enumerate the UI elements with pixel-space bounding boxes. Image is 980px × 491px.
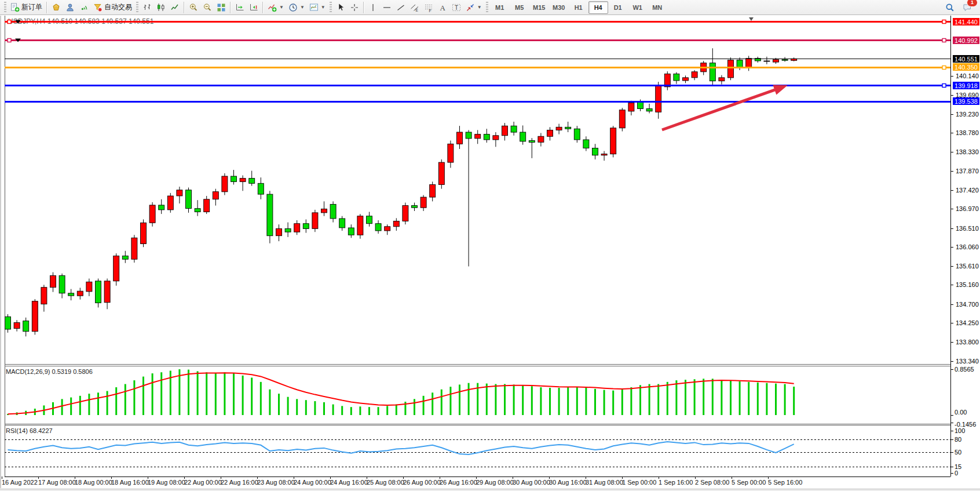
chevron-down-icon[interactable]: ▼ <box>279 5 284 10</box>
line-handle[interactable] <box>8 20 11 24</box>
clock-icon <box>288 3 298 12</box>
price-tick: 137.870 <box>956 168 979 174</box>
price-label-box: 139.538 <box>953 97 979 105</box>
arrows-button[interactable]: ▼ <box>463 1 484 14</box>
mt4-window: 新订单自动交易▼▼▼EFAT▼M1M5M15M30H1H4D1W1MN1 USD… <box>0 0 980 491</box>
toolbar-separator <box>262 2 264 13</box>
time-tick: 22 Aug 00:00 <box>184 479 222 486</box>
chevron-down-icon[interactable]: ▼ <box>321 5 326 10</box>
price-label-box: 141.440 <box>953 18 979 26</box>
rsi-level-label: 0 <box>955 470 958 477</box>
horizontal-line-button[interactable] <box>380 1 394 14</box>
fibonacci-button[interactable]: F <box>422 1 436 14</box>
crosshair-icon <box>350 3 359 12</box>
time-tick: 30 Aug 00:00 <box>513 479 550 486</box>
autotrading-button[interactable]: 自动交易 <box>91 1 134 14</box>
timeframe-h4-button[interactable]: H4 <box>588 1 608 14</box>
indicators-button[interactable]: ▼ <box>265 1 286 14</box>
crosshair-button[interactable] <box>348 1 361 14</box>
label-icon: T <box>452 3 461 12</box>
time-tick: 5 Sep 00:00 <box>732 479 766 486</box>
timeframe-m1-button[interactable]: M1 <box>490 1 510 14</box>
time-tick: 29 Aug 08:00 <box>476 479 514 486</box>
timeframe-d1-button[interactable]: D1 <box>608 1 628 14</box>
rsi-label: RSI(14) 68.4227 <box>6 427 53 434</box>
time-tick: 23 Aug 08:00 <box>257 479 295 486</box>
line-handle[interactable] <box>942 84 946 88</box>
line-handle[interactable] <box>8 39 11 42</box>
chart-shift-button[interactable] <box>247 1 261 14</box>
price-label-box: 139.918 <box>953 82 979 89</box>
search-icon <box>945 3 955 12</box>
time-tick: 18 Aug 16:00 <box>111 479 149 486</box>
search-button[interactable] <box>943 1 957 14</box>
time-tick: 24 Aug 16:00 <box>330 479 368 486</box>
line-chart-button[interactable] <box>168 1 182 14</box>
time-tick: 25 Aug 08:00 <box>367 479 404 486</box>
time-tick: 26 Aug 00:00 <box>403 479 441 486</box>
market-icon <box>52 3 61 12</box>
equidistant-channel-button[interactable]: E <box>408 1 422 14</box>
timeframe-w1-button[interactable]: W1 <box>628 1 648 14</box>
timeframe-m5-button[interactable]: M5 <box>510 1 529 14</box>
toolbar-grip <box>136 2 138 13</box>
timeframe-m15-button[interactable]: M15 <box>529 1 549 14</box>
new-order-button[interactable]: 新订单 <box>8 1 45 14</box>
profile-button[interactable] <box>63 1 77 14</box>
periods-button[interactable]: ▼ <box>286 1 307 14</box>
cursor-button[interactable] <box>334 1 348 14</box>
time-tick: 19 Aug 08:00 <box>148 479 185 486</box>
zoom-out-icon <box>203 3 212 12</box>
tile-windows-button[interactable] <box>214 1 228 14</box>
price-tick: 136.970 <box>956 205 979 212</box>
price-label-box: 140.350 <box>953 63 979 71</box>
chart-area: USDJPY,H4 140.510 140.583 140.537 140.55… <box>0 16 980 491</box>
zoom-in-button[interactable] <box>187 1 200 14</box>
notifications-button[interactable]: 1 <box>960 1 974 14</box>
price-tick: 134.250 <box>956 319 979 326</box>
autotrading-button-label: 自动交易 <box>104 2 132 12</box>
price-tick: 133.800 <box>956 339 979 345</box>
new-order-icon <box>10 3 20 12</box>
timeframe-h1-button[interactable]: H1 <box>569 1 588 14</box>
vertical-line-button[interactable] <box>366 1 380 14</box>
chevron-down-icon[interactable]: ▼ <box>300 5 305 10</box>
line-handle[interactable] <box>942 39 946 42</box>
line-handle[interactable] <box>942 20 946 24</box>
trend-arrow[interactable] <box>662 85 788 130</box>
toolbar-separator <box>230 2 231 13</box>
chevron-down-icon[interactable]: ▼ <box>477 5 482 10</box>
macd-histogram <box>8 369 794 415</box>
candlestick-chart-button[interactable] <box>154 1 168 14</box>
timeframe-m30-button[interactable]: M30 <box>549 1 569 14</box>
time-tick: 2 Sep 08:00 <box>695 479 729 486</box>
notification-badge: 1 <box>967 0 978 7</box>
line-chart-icon <box>170 3 180 12</box>
trendline-button[interactable] <box>394 1 408 14</box>
chart-canvas[interactable] <box>0 16 980 491</box>
time-tick: 1 Sep 00:00 <box>622 479 656 486</box>
hline-icon <box>382 3 392 12</box>
trendline-icon <box>396 3 405 12</box>
bar-chart-button[interactable] <box>140 1 154 14</box>
zoom-out-button[interactable] <box>200 1 214 14</box>
time-tick: 22 Aug 16:00 <box>221 479 258 486</box>
price-tick: 135.610 <box>956 263 979 270</box>
price-tick: 135.160 <box>956 281 979 288</box>
text-button[interactable]: A <box>436 1 449 14</box>
market-button[interactable] <box>49 1 63 14</box>
signals-button[interactable] <box>77 1 91 14</box>
rsi-pane-content <box>5 440 950 467</box>
toolbar: 新订单自动交易▼▼▼EFAT▼M1M5M15M30H1H4D1W1MN1 <box>0 0 980 15</box>
auto-scroll-button[interactable] <box>233 1 247 14</box>
chart-shift-marker[interactable] <box>749 17 754 21</box>
rsi-level-label: 50 <box>955 449 961 456</box>
toolbar-grip <box>4 2 6 13</box>
time-tick: 24 Aug 00:00 <box>294 479 331 486</box>
text-label-button[interactable]: T <box>449 1 463 14</box>
toolbar-separator <box>363 2 364 13</box>
templates-button[interactable]: ▼ <box>307 1 328 14</box>
line-handle[interactable] <box>942 66 946 70</box>
candles-layer <box>5 48 797 336</box>
timeframe-mn-button[interactable]: MN <box>648 1 667 14</box>
